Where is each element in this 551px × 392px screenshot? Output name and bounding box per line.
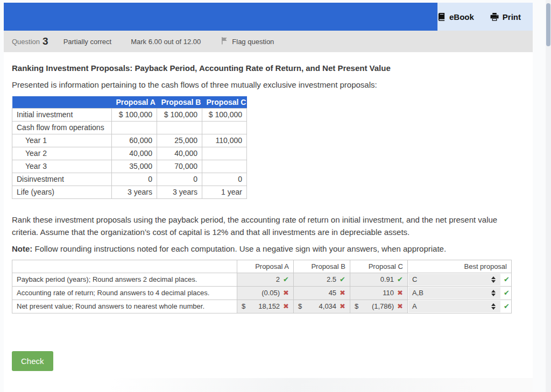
sort-arrows-icon xyxy=(491,276,496,283)
row-label: Year 3 xyxy=(12,160,112,173)
table-row: Initial investment $ 100,000 $ 100,000 $… xyxy=(12,108,247,121)
instructions-text: Rank these investment proposals using th… xyxy=(12,213,519,238)
scrollbar-thumb[interactable] xyxy=(546,3,550,46)
result-mark-icon: ✔ xyxy=(504,289,510,297)
table-row: Year 2 40,000 40,000 xyxy=(12,147,247,160)
table-row: Year 1 60,000 25,000 110,000 xyxy=(12,134,247,147)
top-blue-bar xyxy=(4,3,437,31)
check-button[interactable]: Check xyxy=(12,351,53,371)
question-number: 3 xyxy=(43,35,48,47)
column-header-proposal-a: Proposal A xyxy=(237,260,294,273)
scrollbar[interactable] xyxy=(546,0,551,392)
row-label: Life (years) xyxy=(12,186,112,198)
best-proposal-select[interactable]: C xyxy=(408,274,500,286)
selected-option: A,B xyxy=(412,289,423,297)
top-bar: eBook Print xyxy=(4,3,533,31)
answer-row-npv: Net present value; Round answers to near… xyxy=(12,300,512,313)
print-button[interactable]: Print xyxy=(490,12,521,22)
row-label: Disinvestment xyxy=(12,173,112,186)
cell-value: 40,000 xyxy=(112,147,157,160)
answer-input[interactable]: 0.91✔ xyxy=(355,275,403,283)
question-card: eBook Print Question 3 Partially c xyxy=(4,3,533,392)
result-mark-icon: ✖ xyxy=(340,302,345,310)
result-mark-icon: ✔ xyxy=(504,275,510,283)
answer-input[interactable]: $ (1,786)✖ xyxy=(355,302,403,310)
answer-value: 18,152 xyxy=(258,302,280,310)
result-mark-icon: ✖ xyxy=(340,289,345,297)
answer-value: 110 xyxy=(383,289,394,297)
page-bottom-shade xyxy=(4,378,533,392)
answer-input[interactable]: 45✖ xyxy=(298,289,345,297)
intro-text: Presented is information pertaining to t… xyxy=(12,80,519,89)
answer-value: 45 xyxy=(329,289,336,297)
result-mark-icon: ✔ xyxy=(504,302,510,310)
row-label: Payback period (years); Round answers 2 … xyxy=(12,273,237,286)
result-mark-icon: ✖ xyxy=(283,289,289,297)
cell-value: 60,000 xyxy=(112,134,157,147)
ebook-button[interactable]: eBook xyxy=(437,12,474,22)
row-label: Cash flow from operations xyxy=(12,121,112,134)
answer-input[interactable]: $ 4,034✖ xyxy=(298,302,345,310)
page: eBook Print Question 3 Partially c xyxy=(0,0,551,392)
result-mark-icon: ✔ xyxy=(397,275,403,283)
flag-icon xyxy=(221,37,228,46)
question-content: Ranking Investment Proposals: Payback Pe… xyxy=(4,63,533,371)
column-header-proposal-c: Proposal C xyxy=(202,96,247,108)
answer-value: 2.5 xyxy=(327,275,336,283)
selected-option: A xyxy=(412,302,417,310)
book-icon xyxy=(437,13,446,21)
answer-input[interactable]: (0.05)✖ xyxy=(242,289,289,297)
question-label: Question xyxy=(12,38,40,46)
column-header-proposal-b: Proposal B xyxy=(294,260,350,273)
result-mark-icon: ✔ xyxy=(340,275,345,283)
ebook-label: eBook xyxy=(449,12,474,22)
answer-row-arr: Accounting rate of return; Round answers… xyxy=(12,286,512,300)
result-mark-icon: ✖ xyxy=(397,289,403,297)
column-header-proposal-b: Proposal B xyxy=(157,96,202,108)
answer-value: 4,034 xyxy=(319,302,337,310)
currency-prefix: $ xyxy=(242,302,245,310)
column-header-proposal-a: Proposal A xyxy=(112,96,157,108)
column-header-proposal-c: Proposal C xyxy=(350,260,408,273)
row-label: Year 1 xyxy=(12,134,112,147)
note-label: Note: xyxy=(12,244,32,253)
column-header-best-proposal: Best proposal xyxy=(408,260,512,273)
cashflow-table: Proposal A Proposal B Proposal C Initial… xyxy=(12,96,247,199)
row-label: Net present value; Round answers to near… xyxy=(12,300,237,313)
cell-value xyxy=(202,121,247,134)
best-proposal-select[interactable]: A,B xyxy=(408,287,500,299)
sort-arrows-icon xyxy=(491,303,496,310)
question-status: Partially correct xyxy=(63,38,112,46)
answer-input[interactable]: $ 18,152✖ xyxy=(242,302,289,310)
column-header-empty xyxy=(12,260,237,273)
cell-value: 25,000 xyxy=(157,134,202,147)
answer-header-row: Proposal A Proposal B Proposal C Best pr… xyxy=(12,260,512,273)
question-bar: Question 3 Partially correct Mark 6.00 o… xyxy=(4,31,533,52)
row-label: Initial investment xyxy=(12,108,112,121)
cell-value: 110,000 xyxy=(202,134,247,147)
answer-value: (0.05) xyxy=(262,289,280,297)
answer-value: 2 xyxy=(276,275,280,283)
cell-value xyxy=(157,121,202,134)
cell-value: 40,000 xyxy=(157,147,202,160)
cell-value xyxy=(202,147,247,160)
cell-value: 0 xyxy=(202,173,247,186)
answer-input[interactable]: 2✔ xyxy=(242,275,289,283)
flag-question-button[interactable]: Flag question xyxy=(221,37,274,46)
best-proposal-select[interactable]: A xyxy=(408,301,500,312)
answer-input[interactable]: 2.5✔ xyxy=(298,275,345,283)
result-mark-icon: ✖ xyxy=(397,302,403,310)
table-row: Life (years) 3 years 3 years 1 year xyxy=(12,186,247,198)
cell-value: 70,000 xyxy=(157,160,202,173)
question-mark: Mark 6.00 out of 12.00 xyxy=(131,38,201,46)
row-label: Year 2 xyxy=(12,147,112,160)
answer-table: Proposal A Proposal B Proposal C Best pr… xyxy=(12,260,512,313)
cell-value: $ 100,000 xyxy=(157,108,202,121)
answer-input[interactable]: 110✖ xyxy=(355,289,403,297)
cell-value: $ 100,000 xyxy=(112,108,157,121)
column-header-empty xyxy=(12,96,112,108)
cell-value: 0 xyxy=(112,173,157,186)
cell-value xyxy=(202,160,247,173)
note-text: Note: Follow rounding instructions noted… xyxy=(12,244,519,253)
cell-value: 35,000 xyxy=(112,160,157,173)
